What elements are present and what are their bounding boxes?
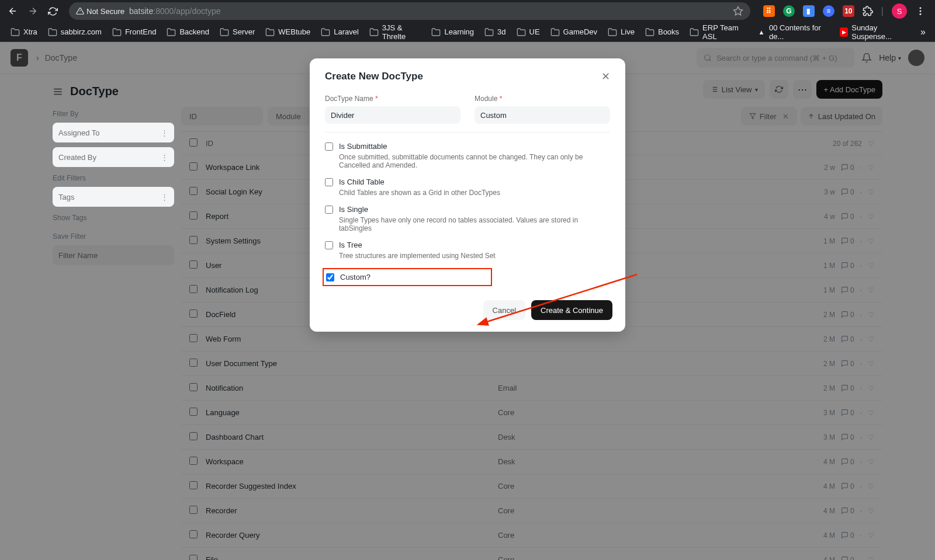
bookmark-item[interactable]: Books [640, 21, 684, 43]
bookmark-item[interactable]: ▶Sunday Suspense... [835, 21, 916, 43]
cancel-button[interactable]: Cancel [483, 300, 525, 320]
bookmark-item[interactable]: 3JS & Threlte [365, 21, 426, 43]
is-tree-label: Is Tree [339, 241, 362, 249]
is-submittable-desc: Once submitted, submittable documents ca… [339, 153, 610, 169]
ext-icon-3[interactable]: ▮ [803, 5, 815, 17]
svg-point-1 [920, 7, 922, 9]
star-icon[interactable] [733, 6, 743, 16]
modal-title: Create New DocType [325, 71, 423, 82]
module-input[interactable] [475, 106, 610, 124]
bookmark-item[interactable]: 3d [480, 21, 510, 43]
ext-icon-4[interactable]: ≡ [823, 5, 834, 17]
bookmarks-overflow[interactable]: » [917, 25, 929, 40]
bookmark-item[interactable]: WEBtube [261, 21, 315, 43]
forward-button[interactable] [25, 3, 41, 19]
not-secure-badge: Not Secure [76, 7, 124, 16]
extensions-icon[interactable] [863, 6, 873, 16]
menu-icon[interactable] [915, 6, 926, 16]
create-doctype-modal: Create New DocType ✕ DocType Name * Modu… [310, 58, 625, 332]
bookmark-item[interactable]: Laravel [316, 21, 363, 43]
bookmark-item[interactable]: Learning [427, 21, 479, 43]
svg-point-2 [920, 11, 922, 12]
url-rest: :8000/app/doctype [153, 6, 220, 16]
is-submittable-checkbox[interactable] [325, 142, 333, 151]
reload-button[interactable] [44, 3, 61, 19]
profile-avatar[interactable]: S [892, 4, 907, 19]
is-tree-checkbox[interactable] [325, 241, 333, 249]
is-child-checkbox[interactable] [325, 178, 333, 186]
doctype-name-label: DocType Name * [325, 95, 460, 103]
bookmark-item[interactable]: Backend [162, 21, 214, 43]
ext-icon-2[interactable]: G [783, 5, 795, 17]
custom-label: Custom? [340, 273, 370, 281]
is-child-desc: Child Tables are shown as a Grid in othe… [339, 189, 610, 197]
assigned-to-filter[interactable]: Assigned To [53, 123, 174, 142]
modal-close-button[interactable]: ✕ [601, 70, 610, 83]
doctype-name-input[interactable] [325, 106, 460, 124]
created-by-filter[interactable]: Created By [53, 147, 174, 167]
is-child-label: Is Child Table [339, 178, 385, 186]
is-single-label: Is Single [339, 205, 368, 214]
bookmark-item[interactable]: sabbirz.com [43, 21, 106, 43]
bookmark-item[interactable]: FrontEnd [108, 21, 161, 43]
bookmark-item[interactable]: Xtra [6, 21, 42, 43]
ext-icon-1[interactable]: ⠿ [763, 5, 775, 17]
url-host: batsite [129, 6, 153, 16]
create-continue-button[interactable]: Create & Continue [531, 300, 612, 320]
ext-icon-5[interactable]: 10 [843, 5, 854, 17]
address-bar[interactable]: Not Secure batsite:8000/app/doctype [69, 2, 750, 20]
bookmark-item[interactable]: GameDev [546, 21, 602, 43]
bookmarks-bar: Xtrasabbirz.comFrontEndBackendServerWEBt… [0, 22, 935, 42]
is-submittable-label: Is Submittable [339, 142, 387, 151]
svg-marker-0 [733, 7, 742, 15]
bookmark-item[interactable]: Live [603, 21, 639, 43]
is-single-checkbox[interactable] [325, 206, 333, 214]
bookmark-item[interactable]: UE [512, 21, 545, 43]
svg-point-3 [920, 13, 922, 15]
custom-checkbox[interactable] [326, 273, 334, 281]
module-label: Module * [475, 95, 610, 103]
bookmark-item[interactable]: Server [215, 21, 259, 43]
bookmark-item[interactable]: ERP Team ASL [685, 21, 752, 43]
is-single-desc: Single Types have only one record no tab… [339, 216, 610, 232]
tags-filter[interactable]: Tags [53, 187, 174, 207]
back-button[interactable] [5, 3, 21, 19]
is-tree-desc: Tree structures are implemented using Ne… [339, 252, 610, 260]
bookmark-item[interactable]: ▲00 Contents for de... [753, 21, 834, 43]
